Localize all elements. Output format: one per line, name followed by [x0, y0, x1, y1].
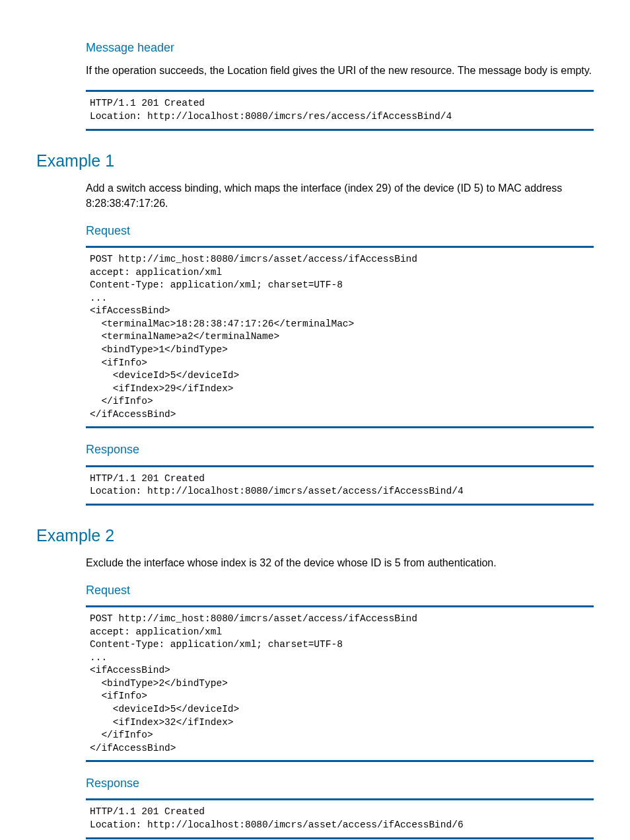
text-example-1: Add a switch access binding, which maps … [86, 180, 594, 211]
code-message-header: HTTP/1.1 201 Created Location: http://lo… [86, 90, 594, 130]
heading-example-2-request: Request [86, 582, 594, 599]
code-example-2-request: POST http://imc_host:8080/imcrs/asset/ac… [86, 605, 594, 762]
heading-message-header: Message header [86, 40, 594, 56]
code-example-2-response: HTTP/1.1 201 Created Location: http://lo… [86, 798, 594, 839]
text-example-2: Exclude the interface whose index is 32 … [86, 555, 594, 570]
heading-example-1: Example 1 [36, 149, 594, 172]
code-example-1-response: HTTP/1.1 201 Created Location: http://lo… [86, 465, 594, 506]
heading-example-1-response: Response [86, 441, 594, 458]
heading-example-2: Example 2 [36, 524, 594, 547]
code-example-1-request: POST http://imc_host:8080/imcrs/asset/ac… [86, 246, 594, 428]
heading-example-2-response: Response [86, 775, 594, 792]
heading-example-1-request: Request [86, 223, 594, 239]
text-message-header: If the operation succeeds, the Location … [86, 63, 594, 78]
